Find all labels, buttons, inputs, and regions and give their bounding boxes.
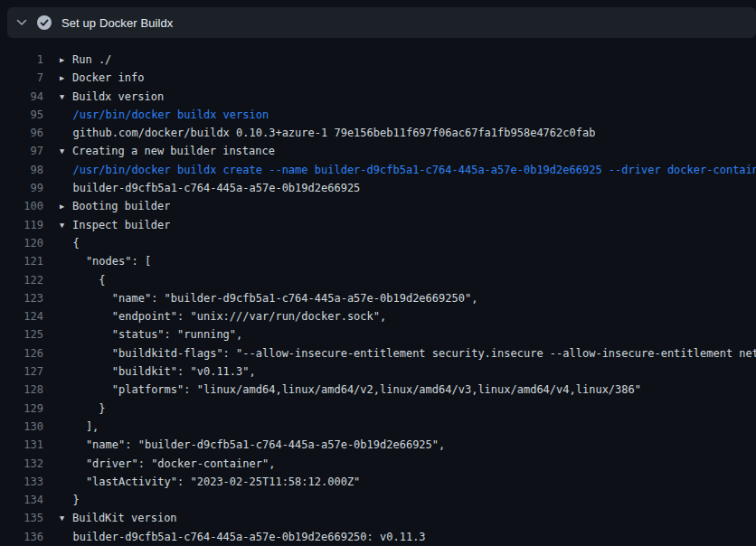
group-expanded-icon[interactable]: ▼: [60, 142, 72, 160]
log-line: 134 }: [0, 491, 756, 509]
log-output-text: "buildkitd-flags": "--allow-insecure-ent…: [43, 344, 756, 362]
log-line: 124 "endpoint": "unix:///var/run/docker.…: [0, 307, 756, 325]
line-number[interactable]: 97: [0, 142, 43, 160]
log-line: 133 "lastActivity": "2023-02-25T11:58:12…: [0, 473, 756, 491]
step-title: Set up Docker Buildx: [61, 16, 173, 30]
line-number[interactable]: 121: [0, 252, 43, 270]
line-number[interactable]: 99: [0, 179, 43, 197]
line-number[interactable]: 7: [0, 69, 43, 87]
line-number[interactable]: 1: [0, 51, 43, 69]
line-number[interactable]: 122: [0, 271, 43, 289]
line-number[interactable]: 100: [0, 197, 43, 215]
line-number[interactable]: 125: [0, 325, 43, 344]
log-output-text: "nodes": [: [43, 252, 151, 270]
log-line: 120 {: [0, 234, 756, 252]
line-number[interactable]: 123: [0, 289, 43, 307]
log-group-header[interactable]: ▶Booting builder: [43, 197, 170, 215]
line-number[interactable]: 134: [0, 491, 43, 509]
log-line: 129 }: [0, 400, 756, 418]
log-line: 121 "nodes": [: [0, 252, 756, 270]
log-output-text: "lastActivity": "2023-02-25T11:58:12.000…: [43, 473, 360, 491]
line-number[interactable]: 136: [0, 528, 43, 546]
log-group-header[interactable]: ▶Run ./: [43, 51, 111, 69]
log-line: 99 builder-d9cfb5a1-c764-445a-a57e-0b19d…: [0, 179, 756, 197]
log-line: 130 ],: [0, 418, 756, 436]
log-group-title: Booting builder: [72, 200, 170, 212]
log-command-text: /usr/bin/docker buildx create --name bui…: [43, 161, 756, 179]
line-number[interactable]: 135: [0, 509, 43, 527]
log-output-text: "status": "running",: [43, 325, 242, 344]
group-collapsed-icon[interactable]: ▶: [60, 51, 72, 69]
log-output-text: "buildkit": "v0.11.3",: [43, 362, 256, 381]
line-number[interactable]: 98: [0, 161, 43, 179]
log-group-title: Creating a new builder instance: [72, 145, 275, 157]
log-line: 95 /usr/bin/docker buildx version: [0, 106, 756, 124]
group-collapsed-icon[interactable]: ▶: [60, 197, 72, 215]
log-line: 128 "platforms": "linux/amd64,linux/amd6…: [0, 381, 756, 399]
log-group-title: Inspect builder: [72, 219, 170, 231]
log-line: 97▼Creating a new builder instance: [0, 142, 756, 160]
log-group-header[interactable]: ▼Creating a new builder instance: [43, 142, 275, 160]
log-group-header[interactable]: ▼Buildx version: [43, 88, 164, 106]
log-output-text: "name": "builder-d9cfb5a1-c764-445a-a57e…: [43, 289, 477, 307]
actions-log-viewer: Set up Docker Buildx 1▶Run ./7▶Docker in…: [0, 0, 756, 546]
log-output-text: {: [43, 234, 80, 252]
line-number[interactable]: 126: [0, 344, 43, 362]
log-group-header[interactable]: ▼BuildKit version: [43, 509, 177, 527]
line-number[interactable]: 119: [0, 216, 43, 234]
log-group-title: Buildx version: [72, 90, 164, 103]
log-line: 1▶Run ./: [0, 51, 756, 69]
log-output-text: "endpoint": "unix:///var/run/docker.sock…: [43, 307, 386, 325]
log-line: 119▼Inspect builder: [0, 216, 756, 234]
log-group-title: BuildKit version: [72, 512, 177, 524]
log-command-text: /usr/bin/docker buildx version: [43, 106, 269, 124]
line-number[interactable]: 95: [0, 106, 43, 124]
check-circle-icon: [37, 15, 52, 30]
log-line: 126 "buildkitd-flags": "--allow-insecure…: [0, 344, 756, 362]
line-number[interactable]: 132: [0, 455, 43, 473]
log-output-text: builder-d9cfb5a1-c764-445a-a57e-0b19d2e6…: [43, 179, 360, 197]
log-group-header[interactable]: ▼Inspect builder: [43, 216, 170, 234]
log-line: 125 "status": "running",: [0, 325, 756, 344]
log-group-header[interactable]: ▶Docker info: [43, 69, 144, 87]
log-group-title: Docker info: [72, 71, 144, 84]
log-line: 7▶Docker info: [0, 69, 756, 87]
log-line: 96 github.com/docker/buildx 0.10.3+azure…: [0, 124, 756, 142]
log-line: 100▶Booting builder: [0, 197, 756, 215]
log-output-text: "name": "builder-d9cfb5a1-c764-445a-a57e…: [43, 436, 445, 454]
line-number[interactable]: 96: [0, 124, 43, 142]
line-number[interactable]: 124: [0, 307, 43, 325]
group-expanded-icon[interactable]: ▼: [60, 216, 72, 234]
step-header[interactable]: Set up Docker Buildx: [7, 7, 756, 38]
log-line: 127 "buildkit": "v0.11.3",: [0, 362, 756, 381]
line-number[interactable]: 130: [0, 418, 43, 436]
line-number[interactable]: 128: [0, 381, 43, 399]
group-expanded-icon[interactable]: ▼: [60, 509, 72, 527]
log-output-text: {: [43, 271, 106, 289]
line-number[interactable]: 120: [0, 234, 43, 252]
log-output-text: "driver": "docker-container",: [43, 455, 275, 473]
chevron-down-icon[interactable]: [16, 17, 27, 28]
line-number[interactable]: 129: [0, 400, 43, 418]
log-line: 132 "driver": "docker-container",: [0, 455, 756, 473]
log-output: 1▶Run ./7▶Docker info94▼Buildx version95…: [0, 38, 756, 546]
log-line: 131 "name": "builder-d9cfb5a1-c764-445a-…: [0, 436, 756, 454]
log-line: 122 {: [0, 271, 756, 289]
line-number[interactable]: 127: [0, 362, 43, 381]
log-line: 98 /usr/bin/docker buildx create --name …: [0, 161, 756, 179]
log-group-title: Run ./: [72, 53, 111, 66]
log-output-text: }: [43, 491, 80, 509]
log-output-text: ],: [43, 418, 99, 436]
log-line: 94▼Buildx version: [0, 88, 756, 106]
line-number[interactable]: 133: [0, 473, 43, 491]
log-output-text: "platforms": "linux/amd64,linux/amd64/v2…: [43, 381, 641, 399]
line-number[interactable]: 94: [0, 88, 43, 106]
group-collapsed-icon[interactable]: ▶: [60, 69, 72, 87]
group-expanded-icon[interactable]: ▼: [60, 88, 72, 106]
log-line: 123 "name": "builder-d9cfb5a1-c764-445a-…: [0, 289, 756, 307]
line-number[interactable]: 131: [0, 436, 43, 454]
log-output-text: github.com/docker/buildx 0.10.3+azure-1 …: [43, 124, 595, 142]
log-line: 136 builder-d9cfb5a1-c764-445a-a57e-0b19…: [0, 528, 756, 546]
log-output-text: builder-d9cfb5a1-c764-445a-a57e-0b19d2e6…: [43, 528, 426, 546]
log-output-text: }: [43, 400, 106, 418]
